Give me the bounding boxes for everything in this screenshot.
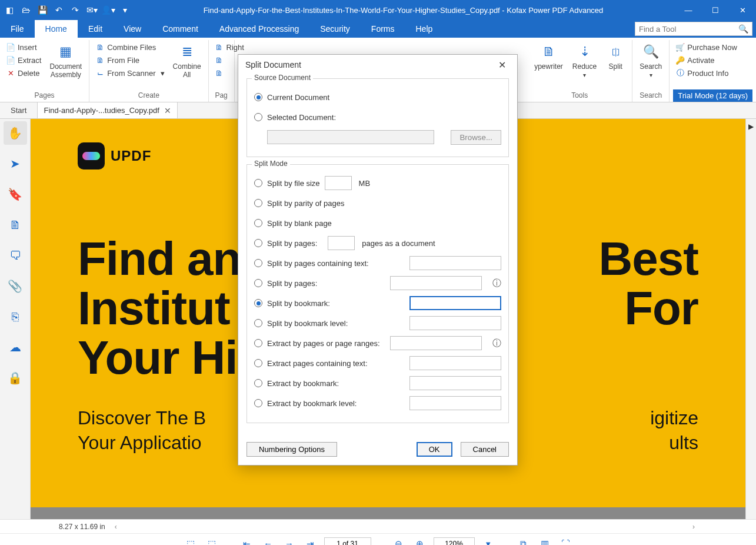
expand-right-icon[interactable]: ▶ [748,122,754,131]
extract-bookmark-input[interactable] [409,376,501,390]
dialog-close-icon[interactable]: ✕ [494,59,510,71]
find-a-tool[interactable]: 🔍 [635,22,752,36]
bookmark-level-input[interactable] [409,316,501,330]
info-icon-pages[interactable]: ⓘ [492,278,501,289]
menu-home[interactable]: Home [35,20,78,38]
comments-panel-icon[interactable]: 🗨 [4,244,27,267]
zoom-level-input[interactable] [434,537,475,546]
search-button[interactable]: 🔍Search▾ [636,41,665,79]
menu-view[interactable]: View [113,20,152,38]
radio-split-by-parity[interactable] [254,199,262,207]
radio-split-by-pages[interactable] [254,239,262,247]
qat-more-icon[interactable]: ▾ [118,3,132,17]
bookmark-panel-icon[interactable]: 🔖 [4,182,27,206]
extract-button[interactable]: 📄Extract [4,54,44,66]
split-pages-input[interactable] [328,236,355,250]
nav-tool1-icon[interactable]: ⬚ [183,536,198,546]
radio-split-by-bookmark[interactable] [254,299,262,307]
profile-icon[interactable]: 👤▾ [101,3,115,17]
reduce-button[interactable]: ⇣Reduce▾ [569,41,600,79]
next-page-icon[interactable]: → [282,536,297,546]
first-page-icon[interactable]: ⇤ [239,536,255,546]
combine-all-button[interactable]: ≣ Combine All [169,41,205,80]
bookmark-input[interactable] [409,296,501,310]
from-file-button[interactable]: 🗎From File [93,54,166,66]
info-icon-extract[interactable]: ⓘ [492,338,501,349]
menu-edit[interactable]: Edit [78,20,113,38]
radio-split-by-file-size[interactable] [254,179,262,187]
insert-button[interactable]: 📄Insert [4,41,44,53]
activate-button[interactable]: 🔑Activate [673,54,740,66]
save-icon[interactable]: 💾 [35,3,49,17]
radio-extract-pages[interactable] [254,339,262,347]
radio-current-document[interactable] [254,93,262,101]
purchase-now-button[interactable]: 🛒Purchase Now [673,41,740,53]
menu-file[interactable]: File [0,20,35,38]
find-a-tool-input[interactable] [639,25,738,34]
menu-security[interactable]: Security [309,20,361,38]
split-button[interactable]: ⎅Split [602,41,628,72]
extract-pages-input[interactable] [390,336,482,350]
cloud-panel-icon[interactable]: ☁ [4,335,27,359]
nav-tool2-icon[interactable]: ⬚ [204,536,219,546]
zoom-dropdown-icon[interactable]: ▾ [481,536,496,546]
scroll-left-icon[interactable]: ‹ [112,523,119,531]
radio-split-by-bookmark-level[interactable] [254,319,262,327]
extract-text-input[interactable] [409,356,501,370]
redo-icon[interactable]: ↷ [68,3,82,17]
pages2-input[interactable] [390,276,482,290]
attachments-panel-icon[interactable]: 📎 [4,274,27,298]
search-icon[interactable]: 🔍 [738,24,748,34]
radio-extract-bookmark-level[interactable] [254,399,262,407]
document-tab[interactable]: Find-and-Apply-...tudies_Copy.pdf ✕ [38,102,177,118]
from-scanner-button[interactable]: ⌙From Scanner▾ [93,67,166,79]
product-info-button[interactable]: ⓘProduct Info [673,67,740,79]
file-size-input[interactable] [325,176,352,190]
menu-help[interactable]: Help [405,20,444,38]
ok-button[interactable]: OK [417,442,452,457]
pages-text-input[interactable] [409,256,501,270]
start-tab[interactable]: Start [0,102,38,118]
tab-close-icon[interactable]: ✕ [164,106,171,115]
app-icon[interactable]: ◧ [2,3,16,17]
view-mode3-icon[interactable]: ⛶ [558,536,574,546]
typewriter-button[interactable]: 🗎ypewriter [531,41,567,72]
pages-panel-icon[interactable]: 🗎 [4,213,27,237]
prev-page-icon[interactable]: ← [261,536,276,546]
radio-extract-bookmark[interactable] [254,379,262,387]
extract-bookmark-level-input[interactable] [409,396,501,410]
horizontal-scrollbar[interactable]: ‹ › [112,523,697,531]
radio-split-by-pages-text[interactable] [254,259,262,267]
menu-comment[interactable]: Comment [152,20,209,38]
browse-button[interactable]: Browse... [451,130,501,145]
menu-advanced-processing[interactable]: Advanced Processing [209,20,309,38]
cancel-button[interactable]: Cancel [461,442,509,457]
numbering-options-button[interactable]: Numbering Options [247,442,337,457]
view-mode1-icon[interactable]: ⧉ [516,536,531,546]
delete-button[interactable]: ✕Delete [4,67,44,79]
radio-split-by-pages2[interactable] [254,279,262,287]
radio-selected-document[interactable] [254,113,262,121]
document-assembly-button[interactable]: ▦ Document Assembly [46,41,85,80]
open-icon[interactable]: 🗁 [19,3,33,17]
menu-forms[interactable]: Forms [361,20,405,38]
combine-files-button[interactable]: 🗎Combine Files [93,41,166,53]
minimize-button[interactable]: — [675,0,702,20]
scroll-right-icon[interactable]: › [690,523,697,531]
security-panel-icon[interactable]: 🔒 [4,366,27,390]
view-mode2-icon[interactable]: ▥ [537,536,552,546]
bottom-navigation: ⬚ ⬚ ⇤ ← → ⇥ ⊖ ⊕ ▾ ⧉ ▥ ⛶ [0,533,756,545]
zoom-in-icon[interactable]: ⊕ [412,536,428,546]
pointer-tool[interactable]: ➤ [4,152,27,175]
page-number-input[interactable] [324,537,371,546]
stamp-panel-icon[interactable]: ⎘ [4,305,27,328]
last-page-icon[interactable]: ⇥ [303,536,318,546]
close-button[interactable]: ✕ [729,0,756,20]
radio-split-by-blank[interactable] [254,219,262,227]
zoom-out-icon[interactable]: ⊖ [391,536,407,546]
radio-extract-text[interactable] [254,359,262,367]
mail-icon[interactable]: ✉▾ [85,3,99,17]
hand-tool[interactable]: ✋ [4,121,27,145]
undo-icon[interactable]: ↶ [52,3,66,17]
maximize-button[interactable]: ☐ [702,0,729,20]
